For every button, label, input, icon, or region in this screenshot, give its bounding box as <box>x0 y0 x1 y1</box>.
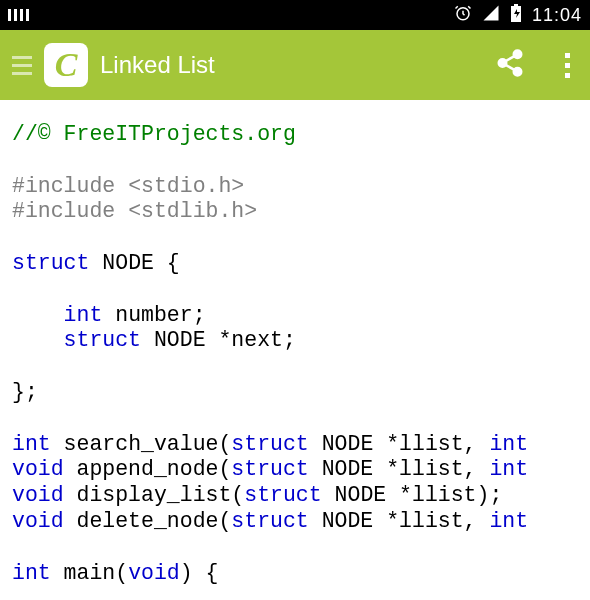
svg-point-3 <box>514 51 522 59</box>
notification-icon <box>8 9 30 21</box>
app-bar: C Linked List <box>0 30 590 100</box>
share-icon[interactable] <box>495 48 525 82</box>
alarm-icon <box>454 4 472 26</box>
svg-point-5 <box>514 68 522 76</box>
svg-line-7 <box>506 65 515 70</box>
code-preproc: #include <stdlib.h> <box>12 199 257 223</box>
code-line: void append_node(struct NODE *llist, int <box>12 457 528 481</box>
code-viewer[interactable]: //© FreeITProjects.org #include <stdio.h… <box>0 100 590 600</box>
overflow-menu-icon[interactable] <box>565 53 578 78</box>
app-icon[interactable]: C <box>44 43 88 87</box>
signal-icon <box>482 4 500 26</box>
code-line: void delete_node(struct NODE *llist, int <box>12 509 528 533</box>
svg-line-6 <box>506 56 515 61</box>
status-time: 11:04 <box>532 5 582 26</box>
status-bar: 11:04 <box>0 0 590 30</box>
svg-point-4 <box>499 59 507 67</box>
menu-icon[interactable] <box>12 56 32 75</box>
code-line: }; <box>12 380 38 404</box>
battery-charging-icon <box>510 4 522 26</box>
code-line: int number; <box>12 303 206 327</box>
code-line: int main(void) { <box>12 561 218 585</box>
code-line: void display_list(struct NODE *llist); <box>12 483 502 507</box>
code-comment: //© FreeITProjects.org <box>12 122 296 146</box>
svg-rect-2 <box>514 4 518 6</box>
code-preproc: #include <stdio.h> <box>12 174 244 198</box>
code-line: struct NODE { <box>12 251 180 275</box>
code-line: struct NODE *next; <box>12 328 296 352</box>
page-title: Linked List <box>100 51 215 79</box>
code-line: int search_value(struct NODE *llist, int <box>12 432 528 456</box>
